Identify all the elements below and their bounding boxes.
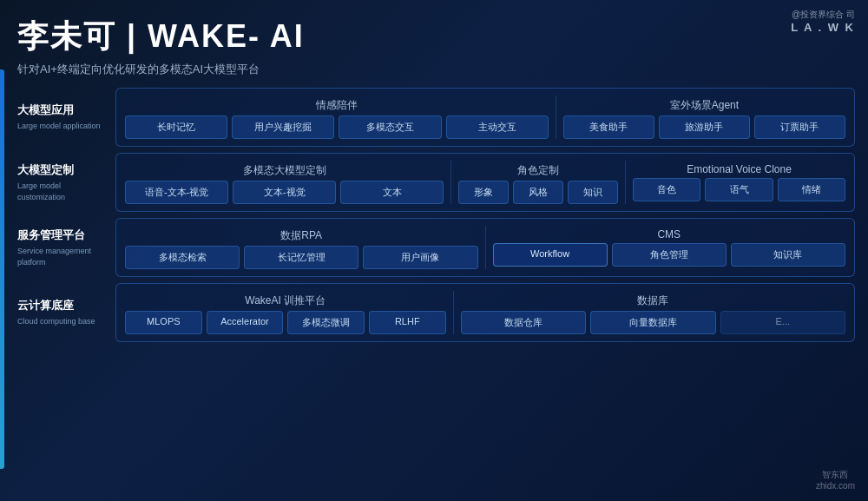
chip-text: 文本: [340, 181, 444, 204]
chip-role-mgmt: 角色管理: [612, 243, 727, 267]
section2-label: 大模型定制 Large model customization: [17, 153, 108, 212]
chip-travel-assistant: 旅游助手: [659, 115, 750, 139]
section2-right-title: Emotional Voice Clone: [633, 161, 845, 178]
chip-tone: 语气: [705, 178, 773, 201]
section4-label-en: Cloud computing base: [17, 316, 108, 327]
chip-rlhf: RLHF: [369, 311, 446, 334]
section1-label: 大模型应用 Large model application: [17, 88, 108, 147]
chip-active-interact: 主动交互: [446, 115, 549, 139]
section4-left: WakeAI 训推平台 MLOPS Accelerator 多模态微调 RLHF: [125, 291, 454, 334]
section3-label: 服务管理平台 Service management platform: [17, 218, 108, 277]
section3-label-cn: 服务管理平台: [17, 227, 108, 243]
left-accent: [0, 69, 4, 469]
chip-ticket-assistant: 订票助手: [754, 115, 845, 139]
chip-knowledge-base: 知识库: [731, 243, 845, 267]
chip-style: 风格: [513, 181, 563, 204]
section4-left-title: WakeAI 训推平台: [125, 291, 446, 311]
section2-mid-title: 角色定制: [458, 161, 618, 181]
watermark-bottom: 智东西 zhidx.com: [816, 469, 855, 491]
section4-box: WakeAI 训推平台 MLOPS Accelerator 多模态微调 RLHF…: [115, 283, 855, 342]
section2-left-chips: 语音-文本-视觉 文本-视觉 文本: [125, 181, 444, 204]
chip-e: E...: [720, 311, 845, 334]
page-title: 李未可 | WAKE- AI: [17, 16, 851, 58]
section3-right-title: CMS: [493, 226, 846, 243]
chip-mlops: MLOPS: [125, 311, 202, 334]
chip-food-assistant: 美食助手: [563, 115, 654, 139]
chip-accelerator: Accelerator: [207, 311, 284, 334]
section4-right: 数据库 数据仓库 向量数据库 E...: [461, 291, 845, 334]
section1-box: 情感陪伴 长时记忆 用户兴趣挖掘 多模态交互 主动交互 室外场景Agent 美食…: [115, 88, 855, 147]
section2-right: Emotional Voice Clone 音色 语气 情绪: [633, 161, 845, 204]
watermark-source: @投资界综合 司: [791, 9, 855, 21]
chip-multimodal-interact: 多模态交互: [339, 115, 441, 139]
chip-image: 形象: [458, 181, 509, 204]
chip-user-interest: 用户兴趣挖掘: [232, 115, 334, 139]
section1-left-chips: 长时记忆 用户兴趣挖掘 多模态交互 主动交互: [125, 115, 549, 139]
section1-right-chips: 美食助手 旅游助手 订票助手: [563, 115, 845, 139]
section4-right-title: 数据库: [461, 291, 845, 311]
chip-vector-db: 向量数据库: [590, 311, 715, 334]
page-subtitle: 针对AI+终端定向优化研发的多模态AI大模型平台: [17, 62, 851, 77]
section2-label-cn: 大模型定制: [17, 162, 108, 178]
section4-label-cn: 云计算底座: [17, 298, 108, 313]
section2-right-chips: 音色 语气 情绪: [633, 178, 845, 201]
section2-box: 多模态大模型定制 语音-文本-视觉 文本-视觉 文本 角色定制 形象 风格 知识: [115, 153, 855, 212]
section3-label-en: Service management platform: [17, 246, 108, 267]
main-content: 大模型应用 Large model application 情感陪伴 长时记忆 …: [0, 82, 868, 347]
section-large-model-application: 大模型应用 Large model application 情感陪伴 长时记忆 …: [17, 88, 855, 147]
watermark-logo: L A . W K: [791, 21, 855, 34]
chip-timbre: 音色: [633, 178, 700, 201]
section1-left: 情感陪伴 长时记忆 用户兴趣挖掘 多模态交互 主动交互: [125, 96, 556, 139]
chip-multimodal-finetune: 多模态微调: [287, 311, 365, 334]
chip-emotion: 情绪: [778, 178, 845, 201]
watermark-top: @投资界综合 司 L A . W K: [791, 9, 855, 34]
section1-right: 室外场景Agent 美食助手 旅游助手 订票助手: [563, 96, 845, 139]
section-service-management: 服务管理平台 Service management platform 数据RPA…: [17, 218, 855, 277]
chip-workflow: Workflow: [493, 243, 608, 267]
section2-mid-chips: 形象 风格 知识: [458, 181, 618, 204]
section1-right-title: 室外场景Agent: [563, 96, 845, 115]
section3-left: 数据RPA 多模态检索 长记忆管理 用户画像: [125, 226, 486, 269]
chip-knowledge: 知识: [568, 181, 618, 204]
section2-left-title: 多模态大模型定制: [125, 161, 444, 181]
section-large-model-customization: 大模型定制 Large model customization 多模态大模型定制…: [17, 153, 855, 212]
section4-label: 云计算底座 Cloud computing base: [17, 283, 108, 342]
section3-left-title: 数据RPA: [125, 226, 478, 246]
watermark-bottom-text: 智东西 zhidx.com: [816, 469, 855, 491]
section1-label-cn: 大模型应用: [17, 102, 108, 118]
section3-box: 数据RPA 多模态检索 长记忆管理 用户画像 CMS Workflow 角色管理…: [115, 218, 855, 277]
section-cloud-computing: 云计算底座 Cloud computing base WakeAI 训推平台 M…: [17, 283, 855, 342]
header: 李未可 | WAKE- AI 针对AI+终端定向优化研发的多模态AI大模型平台: [0, 0, 868, 82]
section2-mid: 角色定制 形象 风格 知识: [458, 161, 626, 204]
section1-label-en: Large model application: [17, 121, 108, 132]
chip-long-memory: 长时记忆: [125, 115, 227, 139]
chip-text-vision: 文本-视觉: [233, 181, 336, 204]
chip-memory-mgmt: 长记忆管理: [244, 246, 358, 269]
chip-user-portrait: 用户画像: [363, 246, 477, 269]
section2-label-en: Large model customization: [17, 181, 108, 202]
chip-data-warehouse: 数据仓库: [461, 311, 586, 334]
section2-left: 多模态大模型定制 语音-文本-视觉 文本-视觉 文本: [125, 161, 451, 204]
chip-multimodal-search: 多模态检索: [125, 246, 240, 269]
section4-left-chips: MLOPS Accelerator 多模态微调 RLHF: [125, 311, 446, 334]
section3-right: CMS Workflow 角色管理 知识库: [493, 226, 846, 269]
chip-audio-text-vision: 语音-文本-视觉: [125, 181, 228, 204]
section3-right-chips: Workflow 角色管理 知识库: [493, 243, 846, 267]
section3-left-chips: 多模态检索 长记忆管理 用户画像: [125, 246, 478, 269]
section1-left-title: 情感陪伴: [125, 96, 549, 115]
section4-right-chips: 数据仓库 向量数据库 E...: [461, 311, 845, 334]
